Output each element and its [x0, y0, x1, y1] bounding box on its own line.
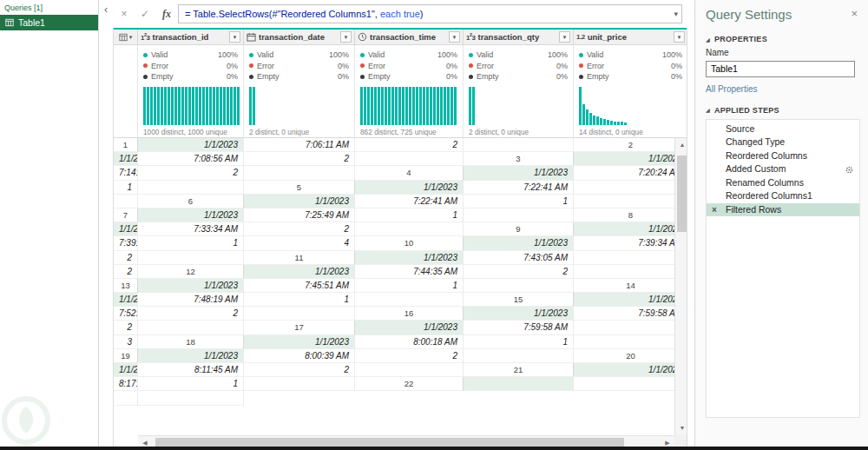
grid-cell-transaction_qty[interactable]	[114, 195, 138, 208]
row-number[interactable]: 8	[574, 208, 687, 222]
grid-cell-transaction_date[interactable]: 7:14:04 AM	[114, 166, 138, 180]
grid-cell-transaction_qty[interactable]: 3	[114, 335, 138, 349]
grid-cell-transaction_qty[interactable]	[244, 377, 355, 391]
grid-cell-transaction_id[interactable]: 1/1/2023	[138, 208, 244, 222]
applied-step-added-custom[interactable]: Added Custom	[707, 162, 859, 176]
row-number[interactable]: 14	[574, 279, 687, 293]
grid-cell-transaction_id[interactable]: 1/1/2023	[574, 363, 687, 377]
grid-cell-transaction_qty[interactable]	[464, 349, 574, 363]
row-number[interactable]: 4	[355, 166, 464, 180]
grid-cell-transaction_id[interactable]	[464, 377, 574, 391]
grid-cell-transaction_date[interactable]: 7:59:58 AM	[574, 307, 687, 321]
grid-cell-transaction_id[interactable]: 1/1/2023	[574, 293, 687, 307]
grid-cell-transaction_time[interactable]: 2	[244, 363, 355, 377]
scroll-up-icon[interactable]: ▲	[675, 138, 687, 152]
grid-cell-transaction_time[interactable]: 2	[574, 181, 687, 195]
properties-section-header[interactable]: ◢ PROPERTIES	[706, 35, 858, 43]
applied-steps-section-header[interactable]: ◢ APPLIED STEPS	[706, 106, 858, 115]
filter-icon[interactable]: ▼	[559, 31, 570, 43]
grid-cell-transaction_date[interactable]: 7:20:24 AM	[574, 166, 687, 180]
grid-cell-transaction_qty[interactable]	[464, 138, 574, 152]
close-pane-icon[interactable]: ×	[851, 7, 858, 20]
grid-cell-transaction_date[interactable]: 7:06:11 AM	[244, 138, 355, 152]
grid-cell-transaction_time[interactable]: 1	[244, 293, 355, 307]
grid-cell-transaction_id[interactable]: 1/1/2023	[114, 363, 138, 377]
grid-cell-transaction_qty[interactable]	[244, 307, 355, 321]
grid-cell-transaction_time[interactable]: 1	[464, 195, 574, 208]
filter-icon[interactable]: ▼	[674, 31, 685, 43]
grid-cell-transaction_date[interactable]	[574, 377, 687, 391]
row-number[interactable]: 9	[464, 222, 574, 236]
grid-cell-transaction_time[interactable]: 1	[355, 279, 464, 293]
grid-cell-transaction_id[interactable]: 1/1/2023	[114, 293, 138, 307]
grid-cell-transaction_qty[interactable]	[355, 222, 464, 236]
grid-cell-transaction_time[interactable]: 1	[114, 181, 138, 195]
row-number[interactable]: 16	[355, 307, 464, 321]
select-all-button[interactable]: ▾	[114, 30, 138, 45]
delete-step-icon[interactable]: ×	[712, 203, 717, 217]
grid-cell-transaction_date[interactable]: 8:11:45 AM	[138, 363, 244, 377]
grid-cell-transaction_time[interactable]: 2	[244, 222, 355, 236]
grid-cell-transaction_date[interactable]: 7:39:34 AM	[574, 236, 687, 250]
applied-step-filtered-rows[interactable]: ×Filtered Rows	[707, 203, 859, 217]
grid-cell-transaction_qty[interactable]	[464, 208, 574, 222]
grid-cell-transaction_date[interactable]: 7:44:35 AM	[355, 265, 464, 279]
formula-expand-icon[interactable]: ▾	[668, 10, 678, 18]
cancel-formula-icon[interactable]: ×	[114, 8, 135, 20]
grid-cell-transaction_date[interactable]: 7:45:51 AM	[244, 279, 355, 293]
row-number[interactable]: 11	[244, 251, 355, 265]
grid-cell-transaction_time[interactable]: 2	[464, 265, 574, 279]
grid-cell-transaction_id[interactable]: 1/1/2023	[244, 265, 355, 279]
row-number[interactable]: 3	[464, 152, 574, 166]
grid-cell-transaction_id[interactable]: 1/1/2023	[355, 181, 464, 195]
commit-formula-icon[interactable]: ✓	[135, 8, 155, 20]
grid-cell-transaction_time[interactable]: 2	[244, 152, 355, 166]
row-number[interactable]: 10	[355, 236, 464, 250]
grid-cell-transaction_id[interactable]: 1/1/2023	[244, 335, 355, 349]
grid-cell-transaction_time[interactable]: 2	[114, 321, 138, 334]
grid-cell-transaction_time[interactable]: 1	[138, 377, 244, 391]
grid-cell-transaction_qty[interactable]	[244, 166, 355, 180]
query-name-input[interactable]	[706, 61, 855, 77]
grid-cell-transaction_time[interactable]: 2	[114, 251, 138, 265]
applied-step-renamed-columns[interactable]: Renamed Columns	[707, 176, 859, 190]
grid-cell-transaction_id[interactable]: 1/1/2023	[464, 236, 574, 250]
grid-cell-transaction_id[interactable]: 1/1/2023	[355, 321, 464, 334]
filter-icon[interactable]: ▼	[340, 31, 352, 43]
grid-cell-transaction_qty[interactable]	[574, 265, 687, 279]
row-number[interactable]: 6	[138, 195, 244, 208]
grid-cell-transaction_time[interactable]: 1	[464, 335, 574, 349]
applied-step-source[interactable]: Source	[707, 122, 859, 136]
grid-cell-transaction_qty[interactable]: 4	[244, 236, 355, 250]
grid-cell-transaction_date[interactable]: 7:52:36 AM	[114, 307, 138, 321]
grid-cell-transaction_id[interactable]: 1/1/2023	[138, 349, 244, 363]
step-settings-gear-icon[interactable]	[845, 165, 854, 175]
table-menu-icon[interactable]: ▾	[129, 34, 133, 41]
grid-cell-transaction_date[interactable]: 7:39:13 AM	[114, 236, 138, 250]
grid-cell-transaction_qty[interactable]	[464, 279, 574, 293]
applied-step-reordered-columns[interactable]: Reordered Columns	[707, 149, 859, 163]
query-item-table1[interactable]: Table1	[0, 15, 98, 30]
grid-cell-transaction_date[interactable]: 8:00:18 AM	[355, 335, 464, 349]
grid-cell-transaction_date[interactable]: 7:43:05 AM	[464, 251, 574, 265]
grid-cell-transaction_time[interactable]: 2	[355, 349, 464, 363]
row-number[interactable]: 18	[138, 335, 244, 349]
grid-cell-transaction_id[interactable]: 1/1/2023	[355, 251, 464, 265]
applied-step-reordered-columns1[interactable]: Reordered Columns1	[707, 189, 859, 203]
row-number[interactable]: 12	[138, 265, 244, 279]
scroll-down-icon[interactable]: ▼	[675, 421, 687, 435]
grid-cell-transaction_date[interactable]: 7:48:19 AM	[138, 293, 244, 307]
grid-cell-transaction_time[interactable]	[114, 391, 138, 405]
row-number[interactable]: 19	[114, 349, 138, 363]
grid-cell-transaction_time[interactable]: 2	[355, 138, 464, 152]
grid-cell-transaction_id[interactable]: 1/1/2023	[244, 195, 355, 208]
grid-cell-transaction_date[interactable]: 7:25:49 AM	[244, 208, 355, 222]
collapse-queries-pane-icon[interactable]: ‹	[100, 3, 112, 17]
column-header-transaction_time[interactable]: transaction_time▼	[355, 30, 464, 45]
grid-cell-transaction_id[interactable]: 1/1/2023	[138, 138, 244, 152]
vertical-scroll-thumb[interactable]	[677, 156, 687, 232]
grid-cell-transaction_time[interactable]: 1	[138, 236, 244, 250]
grid-cell-transaction_qty[interactable]	[574, 335, 687, 349]
row-number[interactable]: 7	[114, 208, 138, 222]
vertical-scrollbar[interactable]: ▲ ▼	[674, 138, 687, 435]
